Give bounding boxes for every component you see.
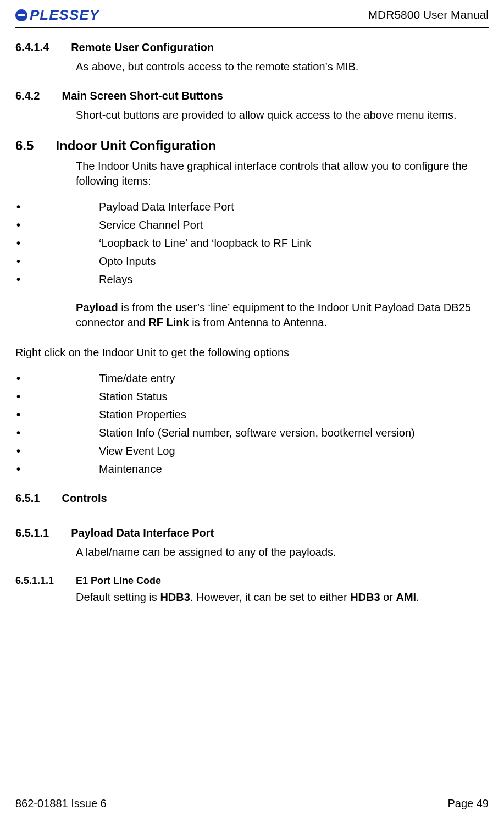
list-item-label: Maintenance bbox=[99, 462, 162, 477]
list-item: •Service Channel Port bbox=[15, 218, 489, 233]
heading-number: 6.5.1.1.1 bbox=[15, 574, 54, 587]
list-item-label: Time/date entry bbox=[99, 371, 175, 386]
list-item-label: ‘Loopback to Line’ and ‘loopback to RF L… bbox=[99, 236, 311, 251]
heading-text: Main Screen Short-cut Buttons bbox=[62, 89, 223, 103]
bold-text: Payload bbox=[76, 301, 118, 313]
heading-number: 6.5 bbox=[15, 137, 34, 155]
list-item-label: Relays bbox=[99, 272, 132, 287]
list-item: •‘Loopback to Line’ and ‘loopback to RF … bbox=[15, 236, 489, 251]
header-divider bbox=[15, 27, 489, 28]
list-item-label: Station Info (Serial number, software ve… bbox=[99, 426, 415, 440]
heading-6-5-1-1-1: 6.5.1.1.1 E1 Port Line Code bbox=[15, 574, 489, 587]
heading-6-5: 6.5 Indoor Unit Configuration bbox=[15, 137, 489, 155]
logo-text: PLESSEY bbox=[30, 5, 99, 25]
text-run: . bbox=[416, 591, 419, 603]
heading-text: E1 Port Line Code bbox=[76, 574, 161, 587]
doc-reference: 862-01881 Issue 6 bbox=[15, 796, 107, 811]
heading-number: 6.5.1 bbox=[15, 491, 40, 506]
heading-number: 6.4.1.4 bbox=[15, 40, 49, 55]
list-item-label: Station Properties bbox=[99, 407, 186, 422]
bold-text: HDB3 bbox=[350, 591, 380, 603]
bullet-icon: • bbox=[16, 200, 22, 214]
bullet-icon: • bbox=[16, 426, 22, 440]
list-item: •Station Status bbox=[15, 389, 489, 404]
bullet-icon: • bbox=[16, 444, 22, 459]
list-item-label: Service Channel Port bbox=[99, 218, 203, 233]
heading-6-4-1-4: 6.4.1.4 Remote User Configuration bbox=[15, 40, 489, 55]
context-menu-list: •Time/date entry •Station Status •Statio… bbox=[15, 371, 489, 477]
logo-icon bbox=[15, 9, 27, 21]
body-paragraph: Default setting is HDB3. However, it can… bbox=[76, 590, 489, 605]
content: 6.4.1.4 Remote User Configuration As abo… bbox=[15, 38, 489, 774]
bullet-icon: • bbox=[16, 272, 22, 287]
list-item: •Payload Data Interface Port bbox=[15, 200, 489, 214]
body-paragraph: Short-cut buttons are provided to allow … bbox=[76, 108, 489, 123]
text-run: . However, it can be set to either bbox=[190, 591, 350, 603]
heading-number: 6.4.2 bbox=[15, 89, 40, 103]
bullet-icon: • bbox=[16, 462, 22, 477]
page-header: PLESSEY MDR5800 User Manual bbox=[15, 5, 489, 26]
heading-text: Payload Data Interface Port bbox=[71, 526, 214, 540]
body-paragraph: Payload is from the user’s ‘line’ equipm… bbox=[76, 300, 489, 330]
page-footer: 862-01881 Issue 6 Page 49 bbox=[15, 774, 489, 811]
brand-logo: PLESSEY bbox=[15, 5, 99, 25]
list-item: •Maintenance bbox=[15, 462, 489, 477]
page: PLESSEY MDR5800 User Manual 6.4.1.4 Remo… bbox=[0, 0, 504, 822]
bullet-icon: • bbox=[16, 389, 22, 404]
bold-text: HDB3 bbox=[160, 591, 190, 603]
list-item: •Opto Inputs bbox=[15, 254, 489, 269]
heading-number: 6.5.1.1 bbox=[15, 526, 49, 540]
body-paragraph: A label/name can be assigned to any of t… bbox=[76, 545, 489, 560]
heading-text: Indoor Unit Configuration bbox=[56, 137, 216, 155]
bullet-icon: • bbox=[16, 407, 22, 422]
list-item-label: Payload Data Interface Port bbox=[99, 200, 234, 214]
heading-text: Remote User Configuration bbox=[71, 40, 214, 55]
bullet-icon: • bbox=[16, 254, 22, 269]
document-title: MDR5800 User Manual bbox=[368, 7, 489, 23]
bullet-icon: • bbox=[16, 218, 22, 233]
page-number: Page 49 bbox=[447, 796, 489, 811]
list-item: •Station Info (Serial number, software v… bbox=[15, 426, 489, 440]
body-paragraph: The Indoor Units have graphical interfac… bbox=[76, 159, 489, 189]
bold-text: AMI bbox=[396, 591, 417, 603]
list-item: •Relays bbox=[15, 272, 489, 287]
bullet-icon: • bbox=[16, 371, 22, 386]
heading-text: Controls bbox=[62, 491, 107, 506]
bullet-icon: • bbox=[16, 236, 22, 251]
bold-text: RF Link bbox=[148, 316, 189, 328]
heading-6-5-1: 6.5.1 Controls bbox=[15, 491, 489, 506]
list-item-label: View Event Log bbox=[99, 444, 175, 459]
config-items-list: •Payload Data Interface Port •Service Ch… bbox=[15, 200, 489, 287]
list-item: •Time/date entry bbox=[15, 371, 489, 386]
text-run: or bbox=[380, 591, 396, 603]
body-paragraph: As above, but controls access to the rem… bbox=[76, 59, 489, 74]
list-item: •View Event Log bbox=[15, 444, 489, 459]
list-item-label: Opto Inputs bbox=[99, 254, 156, 269]
heading-6-5-1-1: 6.5.1.1 Payload Data Interface Port bbox=[15, 526, 489, 540]
list-item: •Station Properties bbox=[15, 407, 489, 422]
list-item-label: Station Status bbox=[99, 389, 168, 404]
text-run: Default setting is bbox=[76, 591, 160, 603]
heading-6-4-2: 6.4.2 Main Screen Short-cut Buttons bbox=[15, 89, 489, 103]
text-run: is from Antenna to Antenna. bbox=[189, 316, 327, 328]
body-paragraph: Right click on the Indoor Unit to get th… bbox=[15, 345, 489, 360]
